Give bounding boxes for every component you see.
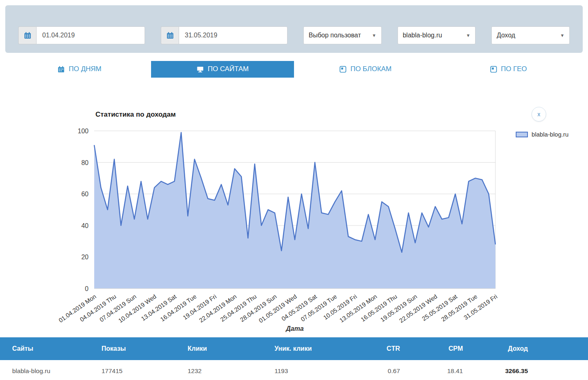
tab-by-geo[interactable]: ПО ГЕО [437, 61, 580, 78]
svg-text:25.05.2019 Sat: 25.05.2019 Sat [421, 293, 459, 322]
stats-table: Сайты Показы Клики Уник. клики CTR CPM Д… [0, 337, 588, 380]
tab-by-sites[interactable]: ПО САЙТАМ [151, 61, 294, 78]
col-header-sites: Сайты [0, 337, 89, 360]
cell-cpm: 18.41 [400, 360, 463, 380]
col-header-clicks: Клики [175, 337, 262, 360]
svg-text:80: 80 [81, 159, 89, 166]
tab-by-days[interactable]: ПО ДНЯМ [8, 61, 151, 78]
svg-text:04.05.2019 Sat: 04.05.2019 Sat [280, 293, 318, 322]
cell-site: blabla-blog.ru [0, 360, 89, 380]
chart-section: Статистика по доходам x blabla-blog.ru 0… [0, 85, 588, 337]
table-row: blabla-blog.ru 177415 1232 1193 0.67 18.… [0, 360, 588, 380]
cell-impressions: 177415 [89, 360, 175, 380]
cell-unique-clicks: 1193 [262, 360, 356, 380]
tab-label: ПО БЛОКАМ [350, 65, 391, 73]
col-header-cpm: CPM [400, 337, 463, 360]
svg-text:40: 40 [81, 222, 89, 229]
calendar-icon [58, 66, 65, 73]
chevron-down-icon: ▼ [466, 33, 470, 38]
svg-text:Дата: Дата [285, 325, 304, 332]
date-from-group [18, 26, 145, 44]
metric-select[interactable]: Доход ▼ [491, 26, 570, 44]
cell-revenue: 3266.35 [463, 360, 588, 380]
svg-text:0: 0 [85, 285, 89, 292]
calendar-icon-button-from[interactable] [18, 26, 36, 44]
date-from-input[interactable] [36, 26, 145, 44]
tab-by-blocks[interactable]: ПО БЛОКАМ [294, 61, 437, 78]
tab-label: ПО ДНЯМ [69, 65, 101, 73]
col-header-unique-clicks: Уник. клики [262, 337, 356, 360]
col-header-revenue: Доход [463, 337, 588, 360]
geo-block-icon [490, 66, 497, 73]
site-select-value: blabla-blog.ru [403, 32, 442, 39]
calendar-icon-button-to[interactable] [161, 26, 179, 44]
svg-text:20: 20 [81, 254, 89, 261]
calendar-icon [24, 32, 31, 39]
calendar-icon [166, 32, 174, 39]
tab-bar: ПО ДНЯМ ПО САЙТАМ ПО БЛОКАМ ПО ГЕО [0, 53, 588, 85]
svg-text:60: 60 [81, 191, 89, 198]
user-select[interactable]: Выбор пользоват ▼ [303, 26, 382, 44]
block-icon [339, 66, 346, 73]
user-select-value: Выбор пользоват [309, 32, 361, 39]
monitor-icon [197, 66, 204, 73]
filter-panel: Выбор пользоват ▼ blabla-blog.ru ▼ Доход… [5, 5, 583, 53]
chevron-down-icon: ▼ [560, 33, 564, 38]
metric-select-value: Доход [497, 32, 515, 39]
revenue-area-chart: 02040608010001.04.2019 Mon04.04.2019 Thu… [0, 102, 588, 337]
table-header-row: Сайты Показы Клики Уник. клики CTR CPM Д… [0, 337, 588, 360]
cell-clicks: 1232 [175, 360, 262, 380]
svg-text:100: 100 [78, 128, 89, 135]
col-header-ctr: CTR [356, 337, 400, 360]
tab-label: ПО ГЕО [501, 65, 527, 73]
svg-text:13.04.2019 Sat: 13.04.2019 Sat [140, 293, 178, 322]
chevron-down-icon: ▼ [372, 33, 376, 38]
col-header-impressions: Показы [89, 337, 175, 360]
date-to-input[interactable] [179, 26, 288, 44]
date-to-group [161, 26, 288, 44]
tab-label: ПО САЙТАМ [208, 65, 249, 73]
site-select[interactable]: blabla-blog.ru ▼ [398, 26, 476, 44]
cell-ctr: 0.67 [356, 360, 400, 380]
